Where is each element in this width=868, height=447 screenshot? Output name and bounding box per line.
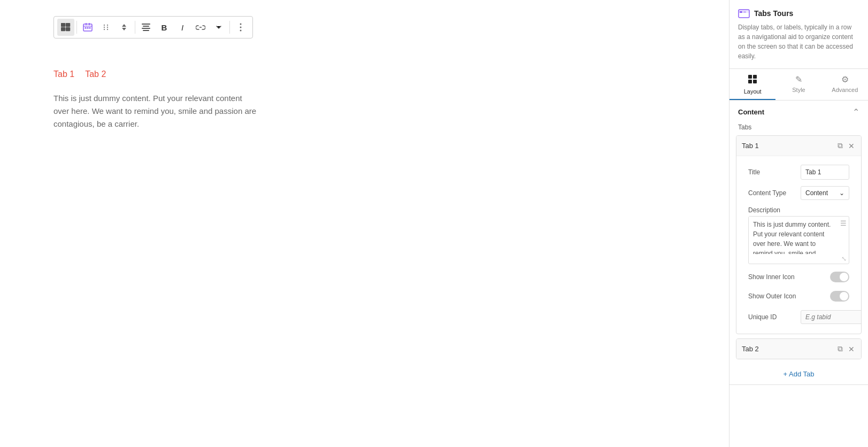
panel-tabs: Layout ✎ Style ⚙ Advanced [729, 69, 868, 101]
description-label: Description [748, 206, 849, 214]
show-outer-icon-toggle[interactable] [830, 291, 849, 302]
content-type-field-row: Content Type Content ⌄ [742, 183, 856, 203]
description-resize[interactable]: ⤡ [749, 254, 849, 264]
show-outer-icon-row: Show Outer Icon [742, 287, 856, 306]
title-field-row: Title ☰ [742, 161, 856, 183]
svg-rect-29 [753, 75, 757, 79]
tabs-navigation: Tab 1 Tab 2 [53, 70, 374, 81]
advanced-icon: ⚙ [841, 74, 849, 84]
panel-tab1-actions: ⧉ ✕ [836, 140, 856, 151]
toolbar-divider-2 [135, 21, 135, 34]
preview-tab1[interactable]: Tab 1 [53, 70, 74, 81]
plugin-title: Tabs Tours [754, 9, 793, 18]
layout-icon [748, 74, 757, 86]
content-section: Content ⌃ Tabs Tab 1 ⧉ ✕ Title [729, 101, 868, 385]
toolbar-more-button[interactable] [232, 19, 249, 36]
show-inner-icon-toggle[interactable] [830, 272, 849, 282]
style-icon: ✎ [795, 74, 802, 84]
svg-point-13 [104, 27, 105, 28]
panel-tab-advanced[interactable]: ⚙ Advanced [822, 69, 868, 100]
panel-tab2-actions: ⧉ ✕ [836, 343, 856, 354]
svg-rect-18 [143, 26, 149, 27]
content-preview: Tab 1 Tab 2 This is just dummy content. … [53, 70, 374, 130]
svg-rect-9 [87, 27, 89, 29]
title-input[interactable] [801, 166, 849, 179]
preview-content-text: This is just dummy content. Put your rel… [53, 92, 257, 130]
svg-point-22 [240, 27, 242, 28]
panel-tab2-delete-button[interactable]: ✕ [847, 344, 856, 354]
svg-rect-30 [748, 80, 752, 83]
svg-point-14 [107, 27, 108, 28]
svg-point-21 [240, 24, 242, 25]
content-section-header[interactable]: Content ⌃ [729, 101, 868, 124]
svg-point-16 [107, 29, 108, 30]
right-panel: Tabs Tours Display tabs, or labels, typi… [729, 0, 868, 447]
content-type-label: Content Type [748, 189, 796, 197]
show-inner-icon-row: Show Inner Icon [742, 267, 856, 287]
unique-id-field: Unique ID [742, 306, 856, 328]
svg-rect-2 [61, 27, 65, 31]
panel-tab1-header[interactable]: Tab 1 ⧉ ✕ [736, 136, 861, 156]
panel-tab1-content: Title ☰ Content Type Content ⌄ [736, 156, 861, 334]
panel-tab-layout-label: Layout [744, 88, 762, 95]
content-type-value: Content [805, 189, 828, 197]
panel-tab2-copy-button[interactable]: ⧉ [836, 343, 844, 354]
panel-tab1-item: Tab 1 ⧉ ✕ Title ☰ Content [736, 135, 862, 334]
title-field-label: Title [748, 168, 796, 176]
description-textarea-wrap: This is just dummy content. Put your rel… [748, 216, 849, 264]
description-field: Description This is just dummy content. … [742, 203, 856, 267]
description-textarea[interactable]: This is just dummy content. Put your rel… [749, 217, 838, 254]
editor-toolbar: B I [53, 16, 253, 38]
toolbar-italic-button[interactable]: I [174, 19, 191, 36]
unique-id-label: Unique ID [748, 313, 796, 321]
svg-rect-6 [89, 23, 90, 25]
show-outer-icon-label: Show Outer Icon [748, 292, 796, 300]
toolbar-tabs-button[interactable] [57, 19, 74, 36]
tabs-label: Tabs [729, 124, 868, 135]
panel-tab-style[interactable]: ✎ Style [775, 69, 821, 100]
toolbar-align-button[interactable] [137, 19, 155, 36]
panel-tab2-header[interactable]: Tab 2 ⧉ ✕ [736, 339, 861, 359]
svg-rect-26 [740, 11, 742, 13]
title-input-wrap: ☰ [801, 165, 849, 180]
svg-rect-17 [142, 24, 150, 25]
add-tab-button[interactable]: + Add Tab [729, 364, 868, 384]
panel-tab1-delete-button[interactable]: ✕ [847, 141, 856, 151]
plugin-description: Display tabs, or labels, typically in a … [738, 22, 859, 61]
content-section-title: Content [738, 108, 764, 116]
unique-id-input[interactable] [801, 310, 862, 324]
svg-rect-1 [66, 23, 70, 27]
svg-rect-19 [142, 28, 150, 29]
toolbar-link-chevron-button[interactable] [210, 19, 227, 36]
show-inner-icon-label: Show Inner Icon [748, 273, 796, 281]
toolbar-widget-button[interactable] [79, 19, 96, 36]
toolbar-move-button[interactable] [97, 19, 114, 36]
description-icon: ☰ [838, 217, 849, 230]
plugin-tabs-icon [738, 7, 750, 19]
panel-tab2-item: Tab 2 ⧉ ✕ [736, 338, 862, 359]
toolbar-divider-1 [76, 21, 77, 34]
panel-tab-advanced-label: Advanced [832, 87, 858, 93]
panel-tab1-copy-button[interactable]: ⧉ [836, 140, 844, 151]
toolbar-link-button[interactable] [192, 19, 209, 36]
panel-tab-layout[interactable]: Layout [729, 69, 775, 100]
panel-tab-style-label: Style [792, 87, 805, 93]
plugin-info: Tabs Tours Display tabs, or labels, typi… [729, 0, 868, 69]
svg-rect-0 [61, 23, 65, 27]
main-editor-area: B I Tab 1 Tab 2 [0, 0, 729, 447]
panel-tab2-label: Tab 2 [742, 345, 759, 353]
svg-rect-27 [743, 11, 746, 13]
svg-rect-8 [85, 27, 87, 29]
preview-tab2[interactable]: Tab 2 [85, 70, 106, 81]
toolbar-bold-button[interactable]: B [156, 19, 173, 36]
svg-point-23 [240, 30, 242, 32]
svg-rect-20 [143, 30, 149, 31]
content-type-chevron: ⌄ [839, 189, 844, 197]
svg-rect-10 [89, 27, 91, 29]
content-section-toggle: ⌃ [852, 107, 859, 117]
toolbar-arrows-button[interactable] [116, 19, 133, 36]
panel-tab1-header-label: Tab 1 [742, 142, 759, 150]
svg-rect-5 [86, 23, 87, 25]
content-type-select[interactable]: Content ⌄ [801, 186, 849, 200]
svg-point-12 [107, 25, 108, 26]
